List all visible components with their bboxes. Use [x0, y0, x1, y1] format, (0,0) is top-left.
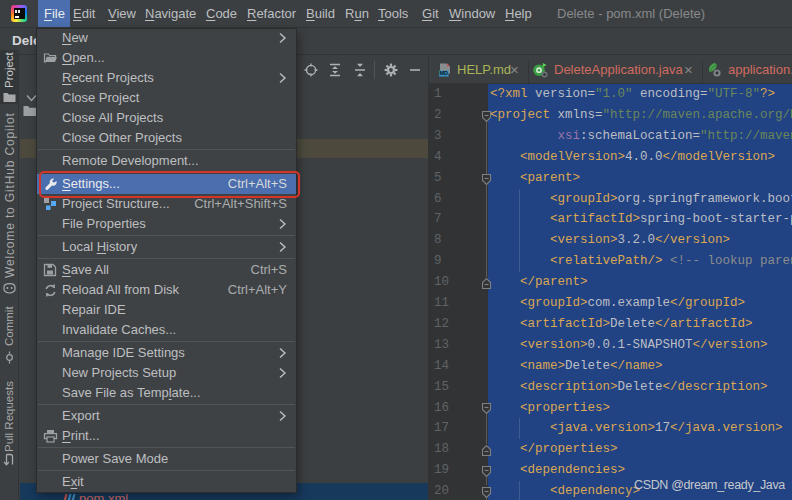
- svg-text:MD: MD: [439, 70, 448, 76]
